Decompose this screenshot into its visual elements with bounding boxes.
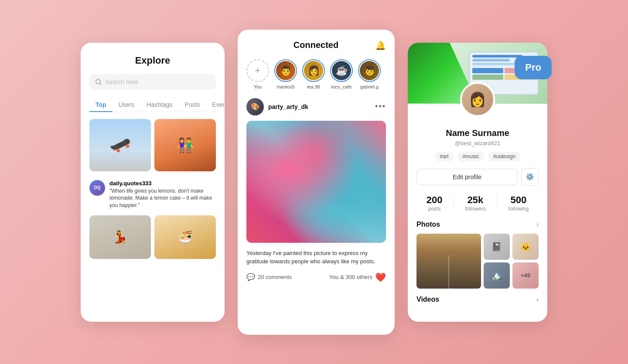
tab-posts[interactable]: Posts bbox=[178, 98, 206, 112]
photo-cat: 🐱 bbox=[512, 234, 539, 260]
followers-label: followers bbox=[465, 206, 485, 212]
svg-line-1 bbox=[100, 83, 101, 85]
explore-image-food: 🍜 bbox=[154, 215, 216, 259]
comment-icon: 💬 bbox=[246, 273, 255, 281]
post-likes[interactable]: You & 300 others ❤️ bbox=[329, 272, 386, 282]
profile-avatar-wrap: 👩 bbox=[460, 82, 495, 117]
explore-image-couple: 👫 bbox=[154, 119, 216, 171]
tab-top[interactable]: Top bbox=[89, 98, 113, 112]
post-username: party_arty_dk bbox=[268, 103, 308, 110]
post-header: 🎨 party_arty_dk ••• bbox=[246, 98, 386, 116]
photos-grid: 📓 🐱 🏔️ +49 bbox=[416, 234, 539, 289]
pro-badge: Pro bbox=[515, 56, 552, 79]
explore-image-dance: 💃 bbox=[89, 215, 151, 259]
story-avatar-lea98: 👩 bbox=[302, 59, 325, 82]
tag-uidesign[interactable]: #uidesign bbox=[488, 152, 521, 161]
story-gabriel-g[interactable]: 👦 gabriel.g bbox=[358, 59, 381, 89]
explore-bottom-grid: 💃 🍜 bbox=[89, 215, 216, 259]
stories-row: + You 👨 mariios5 👩 lea.98 bbox=[246, 59, 386, 89]
story-label-mariios5: mariios5 bbox=[276, 84, 295, 89]
story-label-loco-cafe: loco_cafe bbox=[331, 84, 352, 89]
settings-button[interactable]: ⚙️ bbox=[521, 168, 539, 186]
more-options-btn[interactable]: ••• bbox=[375, 102, 386, 111]
post-comments[interactable]: 💬 20 comments bbox=[246, 273, 292, 281]
post-footer: 💬 20 comments You & 300 others ❤️ bbox=[246, 272, 386, 282]
tag-art[interactable]: #art bbox=[434, 152, 454, 161]
post-user: 🎨 party_arty_dk bbox=[246, 98, 308, 116]
profile-body: Name Surname @best_wizard421 #art #music… bbox=[408, 104, 547, 312]
explore-card: Explore Search here Top Users Hashtags P… bbox=[81, 43, 225, 322]
post-card: 🎨 party_arty_dk ••• Yesterday I've paint… bbox=[246, 98, 386, 282]
following-label: following bbox=[509, 206, 529, 212]
videos-chevron[interactable]: › bbox=[536, 296, 539, 303]
videos-title: Videos bbox=[416, 296, 439, 303]
connected-header: Connected 🔔 bbox=[246, 40, 386, 51]
photo-mountain: 🏔️ bbox=[484, 262, 510, 289]
posts-count: 200 bbox=[427, 194, 443, 206]
photos-title: Photos bbox=[416, 221, 440, 228]
photos-chevron[interactable]: › bbox=[536, 221, 539, 228]
search-placeholder: Search here bbox=[105, 78, 138, 85]
story-mariios5[interactable]: 👨 mariios5 bbox=[274, 59, 297, 89]
quote-avatar: DQ bbox=[89, 180, 105, 196]
explore-title: Explore bbox=[89, 55, 216, 66]
quote-username: daily.quotes333 bbox=[109, 180, 216, 187]
stat-followers: 25k followers bbox=[465, 194, 485, 212]
post-caption: Yesterday I've painted this picture to e… bbox=[246, 249, 386, 266]
search-icon bbox=[96, 79, 102, 85]
story-avatar-mariios5: 👨 bbox=[274, 59, 297, 82]
explore-grid: 🛹 👫 bbox=[89, 119, 216, 171]
edit-row: Edit profile ⚙️ bbox=[416, 168, 539, 186]
profile-card: Pro 👩 Name Surname @best_wizard421 bbox=[408, 43, 547, 322]
story-label-lea98: lea.98 bbox=[307, 84, 320, 89]
bell-icon[interactable]: 🔔 bbox=[375, 40, 386, 51]
stats-row: 200 posts 25k followers 500 following bbox=[416, 194, 539, 212]
post-avatar: 🎨 bbox=[246, 98, 264, 116]
stat-following: 500 following bbox=[509, 194, 529, 212]
likes-text: You & 300 others bbox=[329, 274, 372, 280]
explore-image-skate: 🛹 bbox=[89, 119, 151, 171]
connected-title: Connected bbox=[257, 40, 375, 50]
photo-more[interactable]: +49 bbox=[512, 262, 539, 289]
add-story-btn[interactable]: + bbox=[246, 59, 269, 82]
followers-count: 25k bbox=[465, 194, 485, 206]
following-count: 500 bbox=[509, 194, 529, 206]
profile-handle: @best_wizard421 bbox=[416, 140, 539, 146]
profile-tags: #art #music #uidesign bbox=[416, 152, 539, 161]
tab-hashtags[interactable]: Hashtags bbox=[140, 98, 178, 112]
quote-text: "When life gives you lemons, don't make … bbox=[109, 187, 216, 209]
story-avatar-gabriel-g: 👦 bbox=[358, 59, 381, 82]
photo-main-street bbox=[416, 234, 481, 289]
story-avatar-loco-cafe: ☕ bbox=[330, 59, 353, 82]
tag-music[interactable]: #music bbox=[457, 152, 485, 161]
posts-label: posts bbox=[427, 206, 443, 212]
tab-users[interactable]: Users bbox=[113, 98, 141, 112]
stat-divider-1 bbox=[454, 194, 454, 212]
tabs: Top Users Hashtags Posts Events bbox=[89, 98, 216, 112]
paint-artwork bbox=[246, 121, 386, 243]
story-label-gabriel-g: gabriel.g bbox=[360, 84, 379, 89]
tab-events[interactable]: Events bbox=[206, 98, 225, 112]
stat-divider-2 bbox=[497, 194, 497, 212]
photos-section-header: Photos › bbox=[416, 221, 539, 228]
photo-notebook: 📓 bbox=[484, 234, 510, 260]
edit-profile-button[interactable]: Edit profile bbox=[416, 169, 518, 185]
story-lea98[interactable]: 👩 lea.98 bbox=[302, 59, 325, 89]
profile-avatar: 👩 bbox=[460, 82, 495, 117]
story-add[interactable]: + You bbox=[246, 59, 269, 89]
comments-count: 20 comments bbox=[258, 274, 292, 280]
search-bar[interactable]: Search here bbox=[89, 74, 216, 90]
stat-posts: 200 posts bbox=[427, 194, 443, 212]
profile-name: Name Surname bbox=[416, 128, 539, 138]
connected-card: Connected 🔔 + You 👨 mariios5 👩 lea.98 bbox=[238, 30, 395, 335]
story-label-you: You bbox=[254, 84, 262, 89]
videos-section-header: Videos › bbox=[416, 296, 539, 303]
heart-icon: ❤️ bbox=[375, 272, 386, 282]
quote-post: DQ daily.quotes333 "When life gives you … bbox=[89, 178, 216, 215]
story-loco-cafe[interactable]: ☕ loco_cafe bbox=[330, 59, 353, 89]
post-image bbox=[246, 121, 386, 243]
